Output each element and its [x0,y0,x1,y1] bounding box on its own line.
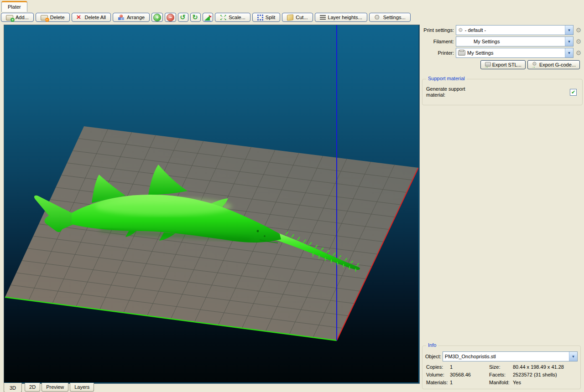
toolbar-button-label: Split [266,15,275,20]
chevron-down-icon[interactable]: ▼ [565,26,573,35]
right-panel: Print settings: ⚙ - default - ▼ ⚙ Filame… [422,25,583,390]
chevron-down-icon[interactable]: ▼ [565,37,573,46]
rot-cw-icon [192,15,199,21]
export-gcode-button[interactable]: ⚙ Export G-code... [527,60,580,69]
copies-value: 1 [450,364,489,370]
size-value: 80.44 x 198.49 x 41.28 [513,364,578,370]
view-tab-layers[interactable]: Layers [70,383,94,392]
toolbar-button-add[interactable]: Add... [1,13,34,22]
toolbar-button-delete-all[interactable]: Delete All [72,13,111,22]
scale-icon [220,14,226,21]
export-gcode-icon: ⚙ [532,62,538,67]
red-x-icon [77,15,83,21]
toolbar-button-settings[interactable]: Settings... [369,13,411,22]
print-settings-value: - default - [465,27,486,33]
object-row: Object: PM3D_Onchopristis.stl ▼ [422,346,580,361]
facets-value: 2523572 (31 shells) [513,372,578,377]
3d-scene[interactable] [4,25,418,382]
printer-row: Printer: My Settings ▼ ⚙ [422,48,583,58]
printer-gear-button[interactable]: ⚙ [574,49,583,57]
chevron-down-icon[interactable]: ▼ [569,352,577,361]
facets-label: Facets: [489,372,513,377]
plus-circle-icon [153,14,161,21]
toolbar-button-label: Settings... [383,15,406,20]
chevron-down-icon[interactable]: ▼ [565,48,573,57]
printer-value: My Settings [467,50,493,56]
export-stl-button[interactable]: Export STL... [480,60,526,69]
top-tab-bar: Plater [0,0,584,12]
split-icon [257,15,263,21]
info-title: Info [426,342,438,348]
toolbar-button-label: Arrange [127,15,145,20]
object-value: PM3D_Onchopristis.stl [445,354,496,359]
print-settings-row: Print settings: ⚙ - default - ▼ ⚙ [422,25,583,35]
manifold-value: Yes [513,380,578,385]
printer-select[interactable]: My Settings ▼ [456,48,574,58]
rotate-tri-icon [204,15,211,21]
export-stl-icon [485,62,491,67]
object-select[interactable]: PM3D_Onchopristis.stl ▼ [443,351,578,361]
toolbar-button-layer-heights[interactable]: Layer heights... [315,13,367,22]
size-label: Size: [489,364,513,370]
rot-ccw-icon [180,15,187,21]
view-tab-bar: 3D2DPreviewLayers [4,383,95,392]
tab-plater[interactable]: Plater [1,1,27,12]
volume-value: 30568.46 [450,372,489,377]
model-eye [257,230,259,232]
brick-plus-icon [6,15,13,21]
support-material-group: Support material Generate support materi… [422,79,583,105]
filament-select[interactable]: My Settings ▼ [456,36,574,46]
toolbar-button-scale[interactable]: Scale... [215,13,250,22]
filament-gear-button[interactable]: ⚙ [574,38,583,45]
info-grid: Copies: 1 Size: 80.44 x 198.49 x 41.28 V… [422,361,580,385]
export-row: Export STL... ⚙ Export G-code... [422,60,583,69]
materials-label: Materials: [426,380,450,385]
view-tab-3d[interactable]: 3D [4,383,22,392]
toolbar-button-decrease-copies[interactable] [165,13,176,22]
printer-icon [458,50,465,56]
toolbar-button-increase-copies[interactable] [151,13,163,22]
copies-label: Copies: [426,364,450,370]
support-material-title: Support material [426,76,467,81]
materials-value: 1 [450,380,489,385]
filament-value: My Settings [474,39,500,44]
filament-row: Filament: My Settings ▼ ⚙ [422,36,583,46]
toolbar-button-split[interactable]: Split [252,13,280,22]
toolbar-button-rotate-cw-45[interactable] [190,13,201,22]
toolbar-button-label: Delete [50,15,65,20]
toolbar-button-label: Cut... [296,15,308,20]
toolbar-button-label: Layer heights... [328,15,362,20]
3d-viewport[interactable] [4,25,420,384]
toolbar-button-arrange[interactable]: Arrange [113,13,150,22]
filament-label: Filament: [422,39,454,44]
brick-minus-icon [41,15,48,21]
toolbar-button-rotate-dialog[interactable] [203,13,213,22]
volume-label: Volume: [426,372,450,377]
print-settings-label: Print settings: [422,27,454,33]
arrange-icon [118,15,125,21]
generate-support-checkbox[interactable]: ✔ [570,89,577,96]
toolbar-button-rotate-ccw-45[interactable] [178,13,188,22]
gear-icon [374,15,381,21]
toolbar-button-label: Scale... [229,15,245,20]
view-tab-2d[interactable]: 2D [25,383,40,392]
gear-icon: ⚙ [458,27,463,33]
print-settings-select[interactable]: ⚙ - default - ▼ [456,25,574,35]
print-settings-gear-button[interactable]: ⚙ [574,26,583,34]
printer-label: Printer: [422,50,454,56]
info-group: Info Object: PM3D_Onchopristis.stl ▼ Cop… [422,346,581,389]
cut-box-icon [287,14,293,21]
view-tab-preview[interactable]: Preview [42,383,68,392]
toolbar-button-delete[interactable]: Delete [36,13,70,22]
object-label: Object: [425,354,441,359]
slic3r-window: Plater Add...DeleteDelete AllArrangeScal… [0,0,584,392]
toolbar: Add...DeleteDelete AllArrangeScale...Spl… [1,11,411,23]
minus-circle-icon [167,14,174,21]
toolbar-button-label: Delete All [85,15,106,20]
toolbar-button-cut[interactable]: Cut... [282,13,313,22]
layers-icon [320,15,326,21]
generate-support-label: Generate support material: [426,86,481,98]
toolbar-button-label: Add... [16,15,29,20]
manifold-label: Manifold: [489,380,513,385]
